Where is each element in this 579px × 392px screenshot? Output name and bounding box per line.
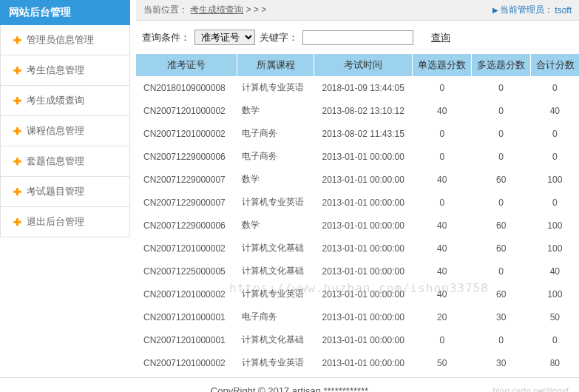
sidebar-item-label: 考生信息管理: [27, 64, 84, 77]
admin-label: 当前管理员：: [500, 4, 553, 16]
cell: 0: [472, 145, 531, 168]
sidebar-item-1[interactable]: ✚考生信息管理: [1, 55, 129, 86]
table-row: CN20071201000001电子商务2013-01-01 00:00:002…: [136, 305, 579, 328]
table-row: CN20071201000002数学2013-08-02 13:10:12400…: [136, 99, 579, 122]
cell: 2013-01-01 00:00:00: [314, 351, 413, 374]
cell: 0: [413, 191, 472, 214]
cell: 2013-01-01 00:00:00: [314, 260, 413, 283]
cell: CN20071201000002: [136, 351, 237, 374]
cell: 40: [413, 168, 472, 191]
cell: 数学: [237, 214, 314, 237]
sidebar-item-0[interactable]: ✚管理员信息管理: [1, 25, 129, 55]
cell: 计算机专业英语: [237, 283, 314, 305]
breadcrumb-suffix: > > >: [246, 4, 267, 15]
cell: CN20071201000002: [136, 237, 237, 260]
cell: 40: [413, 283, 472, 305]
col-header-0: 准考证号: [136, 54, 237, 76]
sidebar-item-label: 课程信息管理: [27, 124, 84, 138]
cell: CN20071201000002: [136, 99, 237, 122]
cell: 50: [531, 305, 579, 328]
sidebar-item-label: 考试题目管理: [27, 185, 84, 198]
search-criteria-select[interactable]: 准考证号: [194, 30, 255, 45]
cell: 0: [413, 328, 472, 351]
table-row: CN20071229000007数学2013-01-01 00:00:00406…: [136, 168, 579, 191]
search-keyword-label: 关键字：: [260, 31, 298, 44]
sidebar-item-5[interactable]: ✚考试题目管理: [1, 177, 129, 207]
cell: 100: [531, 214, 579, 237]
cell: 100: [531, 283, 579, 305]
triangle-icon: ▶: [492, 6, 498, 14]
search-cond-label: 查询条件：: [142, 31, 190, 44]
cell: 2013-08-02 13:10:12: [314, 99, 413, 122]
cell: 2018-01-09 13:44:05: [314, 76, 413, 99]
admin-name: tsoft: [555, 5, 572, 16]
cell: 电子商务: [237, 122, 314, 145]
cell: CN20071229000006: [136, 214, 237, 237]
sidebar-item-4[interactable]: ✚套题信息管理: [1, 146, 129, 177]
sidebar-item-label: 管理员信息管理: [27, 33, 94, 47]
sidebar-item-6[interactable]: ✚退出后台管理: [1, 207, 129, 237]
plus-icon: ✚: [13, 186, 21, 197]
cell: CN20071201000002: [136, 122, 237, 145]
sidebar-item-label: 套题信息管理: [27, 155, 84, 168]
cell: 计算机专业英语: [237, 351, 314, 374]
table-row: CN20071201000002计算机专业英语2013-01-01 00:00:…: [136, 351, 579, 374]
cell: 20: [413, 305, 472, 328]
cell: 电子商务: [237, 145, 314, 168]
cell: CN20071229000007: [136, 191, 237, 214]
cell: CN20180109000008: [136, 76, 237, 99]
table-row: CN20071201000002计算机专业英语2013-01-01 00:00:…: [136, 283, 579, 305]
table-row: CN20071229000006电子商务2013-01-01 00:00:000…: [136, 145, 579, 168]
cell: 100: [531, 237, 579, 260]
cell: 0: [472, 191, 531, 214]
cell: 40: [413, 214, 472, 237]
cell: 40: [413, 99, 472, 122]
plus-icon: ✚: [13, 156, 21, 167]
plus-icon: ✚: [13, 126, 21, 137]
plus-icon: ✚: [13, 217, 21, 228]
plus-icon: ✚: [13, 35, 21, 46]
table-row: CN20180109000008计算机专业英语2018-01-09 13:44:…: [136, 76, 579, 99]
cell: 2013-01-01 00:00:00: [314, 168, 413, 191]
cell: 2013-01-01 00:00:00: [314, 305, 413, 328]
table-row: CN20071225000005计算机文化基础2013-01-01 00:00:…: [136, 260, 579, 283]
sidebar-item-3[interactable]: ✚课程信息管理: [1, 116, 129, 146]
cell: 2013-08-02 11:43:15: [314, 122, 413, 145]
sidebar-item-2[interactable]: ✚考生成绩查询: [1, 86, 129, 116]
cell: 60: [472, 283, 531, 305]
table-row: CN20071229000007计算机专业英语2013-01-01 00:00:…: [136, 191, 579, 214]
search-button[interactable]: 查询: [431, 31, 450, 44]
cell: 0: [531, 145, 579, 168]
col-header-3: 单选题分数: [413, 54, 472, 76]
admin-info: ▶ 当前管理员： tsoft: [492, 4, 572, 16]
cell: 2013-01-01 00:00:00: [314, 237, 413, 260]
sidebar-item-label: 退出后台管理: [27, 215, 84, 229]
cell: 计算机专业英语: [237, 191, 314, 214]
cell: 30: [472, 351, 531, 374]
search-keyword-input[interactable]: [302, 30, 413, 45]
plus-icon: ✚: [13, 95, 21, 107]
cell: 0: [413, 145, 472, 168]
cell: 2013-01-01 00:00:00: [314, 283, 413, 305]
cell: CN20071225000005: [136, 260, 237, 283]
cell: 电子商务: [237, 305, 314, 328]
cell: 2013-01-01 00:00:00: [314, 328, 413, 351]
cell: 0: [472, 76, 531, 99]
cell: 2013-01-01 00:00:00: [314, 145, 413, 168]
cell: 40: [413, 237, 472, 260]
cell: 40: [531, 260, 579, 283]
cell: CN20071201000002: [136, 283, 237, 305]
cell: 计算机文化基础: [237, 237, 314, 260]
breadcrumb-link[interactable]: 考生成绩查询: [190, 4, 243, 15]
cell: 0: [413, 122, 472, 145]
cell: 100: [531, 168, 579, 191]
cell: 0: [472, 260, 531, 283]
cell: 2013-01-01 00:00:00: [314, 214, 413, 237]
cell: 0: [531, 191, 579, 214]
cell: 0: [531, 328, 579, 351]
cell: 60: [472, 214, 531, 237]
cell: CN20071229000007: [136, 168, 237, 191]
cell: 数学: [237, 99, 314, 122]
cell: 0: [413, 76, 472, 99]
cell: 0: [472, 122, 531, 145]
